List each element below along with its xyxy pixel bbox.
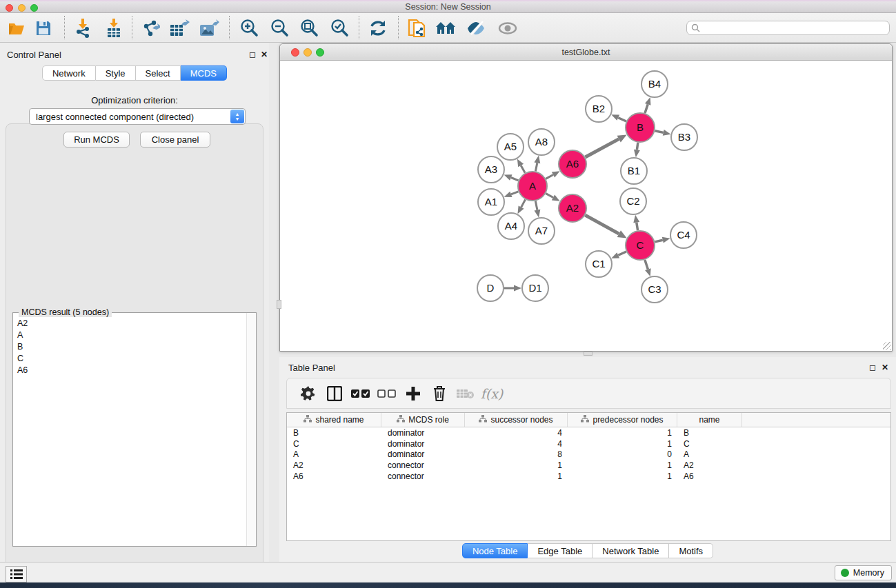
delete-column-icon[interactable] [426,386,452,401]
result-item[interactable]: C [14,352,247,364]
task-history-button[interactable] [6,566,27,582]
import-table-icon[interactable] [103,18,125,39]
table-cell: 0 [568,449,677,459]
edge-C-C3[interactable] [645,260,648,270]
edge-A-A4[interactable] [521,199,526,207]
tab-network-table[interactable]: Network Table [593,543,669,558]
table-panel-tabs: Node TableEdge TableNetwork TableMotifs [279,543,896,558]
tab-style[interactable]: Style [96,65,136,81]
table-cell: A6 [287,472,381,481]
tab-motifs[interactable]: Motifs [669,543,713,558]
zoom-out-icon[interactable] [268,18,290,39]
network-window-titlebar[interactable]: testGlobe.txt [280,44,892,61]
close-table-panel-icon[interactable]: ✕ [882,363,888,372]
column-header-shared-name[interactable]: shared name [287,413,381,427]
table-cell: 1 [465,472,568,481]
result-item[interactable]: A2 [14,317,247,329]
panel-divider-handle[interactable] [277,300,281,309]
edge-A2-C[interactable] [585,215,619,234]
status-bar: Memory [0,562,896,582]
main-toolbar [0,13,896,43]
tab-edge-table[interactable]: Edge Table [528,543,593,558]
hide-selected-icon[interactable] [465,18,487,39]
column-type-icon [303,415,312,425]
export-table-icon[interactable] [168,18,190,39]
resize-grip-icon[interactable] [883,342,891,350]
tab-mcds[interactable]: MCDS [181,65,227,81]
search-input[interactable] [700,22,889,34]
zoom-in-icon[interactable] [238,18,260,39]
first-neighbors-icon[interactable] [435,18,457,39]
edge-B-B4[interactable] [645,104,648,113]
column-header-successor-nodes[interactable]: successor nodes [465,413,568,427]
deselect-all-icon[interactable] [374,389,400,398]
tab-node-table[interactable]: Node Table [462,543,528,558]
float-table-panel-icon[interactable]: ◻ [869,363,876,372]
column-header-name[interactable]: name [677,413,742,427]
zoom-fit-icon[interactable] [298,18,320,39]
edge-A-A6[interactable] [546,174,553,179]
result-item[interactable]: A [14,329,247,341]
edge-B-B2[interactable] [618,118,626,121]
search-box[interactable] [686,21,890,35]
delete-table-icon[interactable] [452,388,479,399]
edge-A-A5[interactable] [521,165,525,173]
graph-node-label: A1 [485,196,497,207]
network-graph[interactable]: B4B2BB3A8A5A6A3B1AA1C2A2A4A7C4CC1C3DD1 [281,61,891,351]
network-canvas[interactable]: B4B2BB3A8A5A6A3B1AA1C2A2A4A7C4CC1C3DD1 [281,61,891,351]
column-layout-icon[interactable] [321,386,348,401]
table-row[interactable]: A6connector11A6 [287,471,890,482]
edge-A-A8[interactable] [535,163,537,171]
save-icon[interactable] [32,18,54,39]
edge-A-A3[interactable] [511,178,519,181]
close-panel-button[interactable]: Close panel [140,132,210,148]
select-all-icon[interactable] [348,389,374,398]
zoom-selected-icon[interactable] [328,18,350,39]
edge-C-C2[interactable] [637,223,638,231]
clone-network-icon[interactable] [406,18,428,39]
result-scrollbar[interactable] [246,313,256,546]
graph-node-label: A3 [485,163,497,175]
add-column-icon[interactable] [400,387,426,401]
mcds-result-list[interactable]: A2ABCA6 [14,317,247,545]
tab-select[interactable]: Select [136,65,181,81]
show-all-icon[interactable] [497,18,519,39]
criterion-select[interactable]: largest connected component (directed) ▲… [29,108,246,125]
node-table[interactable]: shared nameMCDS rolesuccessor nodesprede… [286,412,891,541]
export-image-icon[interactable] [198,18,220,39]
graph-node-label: D1 [528,282,541,294]
import-network-icon[interactable] [72,18,94,39]
edge-C-C1[interactable] [618,252,626,255]
table-row[interactable]: Cdominator41C [287,438,890,449]
gear-icon[interactable] [295,386,321,401]
tab-network[interactable]: Network [42,65,96,81]
edge-A-A2[interactable] [546,194,553,198]
edge-B-B3[interactable] [655,131,663,133]
table-row[interactable]: Adominator80A [287,449,890,460]
table-row[interactable]: A2connector11A2 [287,460,890,471]
split-divider-handle[interactable] [584,352,593,356]
table-row[interactable]: Bdominator41B [287,427,890,438]
column-header-predecessor-nodes[interactable]: predecessor nodes [568,413,677,427]
refresh-icon[interactable] [367,18,389,39]
graph-node-label: A7 [535,225,548,236]
open-folder-icon[interactable] [6,18,28,39]
edge-arrowhead [611,252,619,258]
edge-A-A7[interactable] [535,201,537,210]
column-header-MCDS-role[interactable]: MCDS role [381,413,465,427]
run-mcds-button[interactable]: Run MCDS [63,132,130,148]
edge-C-C4[interactable] [655,240,662,242]
edge-B-B1[interactable] [637,143,638,150]
function-builder-icon[interactable]: f(x) [479,386,505,401]
edge-arrowhead [504,174,512,180]
result-item[interactable]: A6 [14,364,247,376]
memory-button[interactable]: Memory [835,565,892,580]
float-panel-icon[interactable]: ◻ [249,50,256,59]
export-network-icon[interactable] [139,18,161,39]
graph-node-label: B3 [678,131,690,143]
table-cell: 1 [568,472,677,481]
edge-A6-B[interactable] [585,139,619,157]
close-panel-icon[interactable]: ✕ [261,50,268,59]
edge-A-A1[interactable] [511,192,519,194]
result-item[interactable]: B [14,341,247,352]
